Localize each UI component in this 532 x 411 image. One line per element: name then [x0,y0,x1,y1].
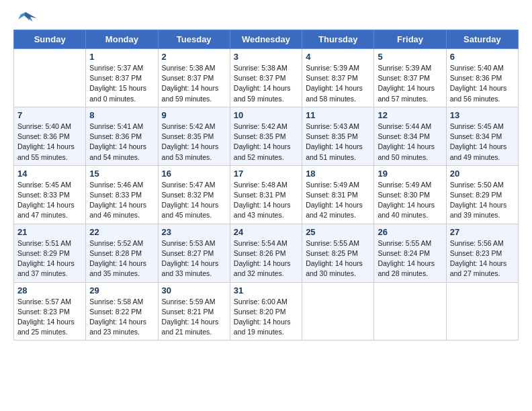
day-number: 9 [162,110,226,120]
calendar-cell: 4Sunrise: 5:39 AMSunset: 8:37 PMDaylight… [302,49,374,107]
day-number: 4 [306,52,370,62]
calendar-cell: 19Sunrise: 5:49 AMSunset: 8:30 PMDayligh… [374,165,446,224]
day-number: 6 [450,52,515,62]
day-info: Sunrise: 5:44 AMSunset: 8:34 PMDaylight:… [378,122,442,163]
day-number: 10 [234,110,298,120]
day-number: 2 [162,52,226,62]
logo [13,11,42,24]
day-info: Sunrise: 5:55 AMSunset: 8:24 PMDaylight:… [378,238,442,279]
day-info: Sunrise: 5:53 AMSunset: 8:27 PMDaylight:… [162,238,226,279]
day-info: Sunrise: 5:46 AMSunset: 8:33 PMDaylight:… [89,180,154,221]
calendar-cell: 20Sunrise: 5:50 AMSunset: 8:29 PMDayligh… [446,165,518,224]
day-number: 19 [378,169,442,179]
day-number: 7 [17,110,82,120]
day-info: Sunrise: 5:45 AMSunset: 8:33 PMDaylight:… [17,180,82,221]
day-header-sunday: Sunday [14,30,86,49]
calendar-cell: 1Sunrise: 5:37 AMSunset: 8:37 PMDaylight… [86,49,158,107]
calendar-header: SundayMondayTuesdayWednesdayThursdayFrid… [14,30,519,49]
day-info: Sunrise: 5:40 AMSunset: 8:36 PMDaylight:… [17,122,82,163]
calendar-cell: 15Sunrise: 5:46 AMSunset: 8:33 PMDayligh… [86,165,158,224]
calendar-cell: 11Sunrise: 5:43 AMSunset: 8:35 PMDayligh… [302,107,374,165]
calendar-cell: 16Sunrise: 5:47 AMSunset: 8:32 PMDayligh… [158,165,230,224]
day-info: Sunrise: 5:59 AMSunset: 8:21 PMDaylight:… [162,297,226,338]
day-info: Sunrise: 5:38 AMSunset: 8:37 PMDaylight:… [162,63,226,104]
calendar-cell: 13Sunrise: 5:45 AMSunset: 8:34 PMDayligh… [446,107,518,165]
week-row-1: 1Sunrise: 5:37 AMSunset: 8:37 PMDaylight… [14,49,519,107]
day-number: 8 [89,110,154,120]
day-info: Sunrise: 5:38 AMSunset: 8:37 PMDaylight:… [234,63,298,104]
day-info: Sunrise: 5:42 AMSunset: 8:35 PMDaylight:… [162,122,226,163]
days-of-week-row: SundayMondayTuesdayWednesdayThursdayFrid… [14,30,519,49]
day-number: 12 [378,110,442,120]
calendar-cell: 23Sunrise: 5:53 AMSunset: 8:27 PMDayligh… [158,224,230,282]
day-number: 23 [162,227,226,237]
calendar-cell: 8Sunrise: 5:41 AMSunset: 8:36 PMDaylight… [86,107,158,165]
calendar-cell: 3Sunrise: 5:38 AMSunset: 8:37 PMDaylight… [230,49,302,107]
header [13,11,519,24]
day-number: 14 [17,169,82,179]
day-info: Sunrise: 5:51 AMSunset: 8:29 PMDaylight:… [17,238,82,279]
day-number: 20 [450,169,515,179]
day-info: Sunrise: 5:57 AMSunset: 8:23 PMDaylight:… [17,297,82,338]
week-row-2: 7Sunrise: 5:40 AMSunset: 8:36 PMDaylight… [14,107,519,165]
day-header-tuesday: Tuesday [158,30,230,49]
calendar-cell: 31Sunrise: 6:00 AMSunset: 8:20 PMDayligh… [230,282,302,340]
day-info: Sunrise: 5:58 AMSunset: 8:22 PMDaylight:… [89,297,154,338]
day-number: 15 [89,169,154,179]
day-info: Sunrise: 5:39 AMSunset: 8:37 PMDaylight:… [378,63,442,104]
day-header-monday: Monday [86,30,158,49]
day-info: Sunrise: 5:50 AMSunset: 8:29 PMDaylight:… [450,180,515,221]
calendar-cell: 18Sunrise: 5:49 AMSunset: 8:31 PMDayligh… [302,165,374,224]
day-number: 30 [162,285,226,295]
day-info: Sunrise: 5:43 AMSunset: 8:35 PMDaylight:… [306,122,370,163]
day-number: 11 [306,110,370,120]
day-info: Sunrise: 5:55 AMSunset: 8:25 PMDaylight:… [306,238,370,279]
calendar-body: 1Sunrise: 5:37 AMSunset: 8:37 PMDaylight… [14,49,519,340]
day-info: Sunrise: 6:00 AMSunset: 8:20 PMDaylight:… [234,297,298,338]
calendar-cell: 21Sunrise: 5:51 AMSunset: 8:29 PMDayligh… [14,224,86,282]
day-info: Sunrise: 5:48 AMSunset: 8:31 PMDaylight:… [234,180,298,221]
day-number: 24 [234,227,298,237]
day-number: 22 [89,227,154,237]
week-row-3: 14Sunrise: 5:45 AMSunset: 8:33 PMDayligh… [14,165,519,224]
day-info: Sunrise: 5:52 AMSunset: 8:28 PMDaylight:… [89,238,154,279]
day-number: 1 [89,52,154,62]
calendar-cell [374,282,446,340]
day-number: 25 [306,227,370,237]
calendar-cell: 10Sunrise: 5:42 AMSunset: 8:35 PMDayligh… [230,107,302,165]
calendar-table: SundayMondayTuesdayWednesdayThursdayFrid… [13,30,519,340]
calendar-cell: 27Sunrise: 5:56 AMSunset: 8:23 PMDayligh… [446,224,518,282]
day-info: Sunrise: 5:49 AMSunset: 8:31 PMDaylight:… [306,180,370,221]
day-header-wednesday: Wednesday [230,30,302,49]
day-number: 28 [17,285,82,295]
day-info: Sunrise: 5:42 AMSunset: 8:35 PMDaylight:… [234,122,298,163]
day-number: 31 [234,285,298,295]
calendar-cell: 14Sunrise: 5:45 AMSunset: 8:33 PMDayligh… [14,165,86,224]
calendar-cell: 25Sunrise: 5:55 AMSunset: 8:25 PMDayligh… [302,224,374,282]
day-info: Sunrise: 5:45 AMSunset: 8:34 PMDaylight:… [450,122,515,163]
day-info: Sunrise: 5:37 AMSunset: 8:37 PMDaylight:… [89,63,154,104]
day-header-saturday: Saturday [446,30,518,49]
day-number: 3 [234,52,298,62]
calendar-cell: 12Sunrise: 5:44 AMSunset: 8:34 PMDayligh… [374,107,446,165]
day-info: Sunrise: 5:40 AMSunset: 8:36 PMDaylight:… [450,63,515,104]
day-number: 17 [234,169,298,179]
day-number: 18 [306,169,370,179]
day-info: Sunrise: 5:49 AMSunset: 8:30 PMDaylight:… [378,180,442,221]
calendar-cell: 30Sunrise: 5:59 AMSunset: 8:21 PMDayligh… [158,282,230,340]
calendar-cell: 17Sunrise: 5:48 AMSunset: 8:31 PMDayligh… [230,165,302,224]
day-number: 29 [89,285,154,295]
day-info: Sunrise: 5:41 AMSunset: 8:36 PMDaylight:… [89,122,154,163]
week-row-5: 28Sunrise: 5:57 AMSunset: 8:23 PMDayligh… [14,282,519,340]
calendar-cell: 2Sunrise: 5:38 AMSunset: 8:37 PMDaylight… [158,49,230,107]
calendar-cell: 22Sunrise: 5:52 AMSunset: 8:28 PMDayligh… [86,224,158,282]
calendar-cell [446,282,518,340]
day-header-thursday: Thursday [302,30,374,49]
day-number: 27 [450,227,515,237]
day-info: Sunrise: 5:47 AMSunset: 8:32 PMDaylight:… [162,180,226,221]
day-header-friday: Friday [374,30,446,49]
day-number: 26 [378,227,442,237]
day-number: 13 [450,110,515,120]
calendar-cell: 24Sunrise: 5:54 AMSunset: 8:26 PMDayligh… [230,224,302,282]
logo-bird-icon [13,11,38,24]
